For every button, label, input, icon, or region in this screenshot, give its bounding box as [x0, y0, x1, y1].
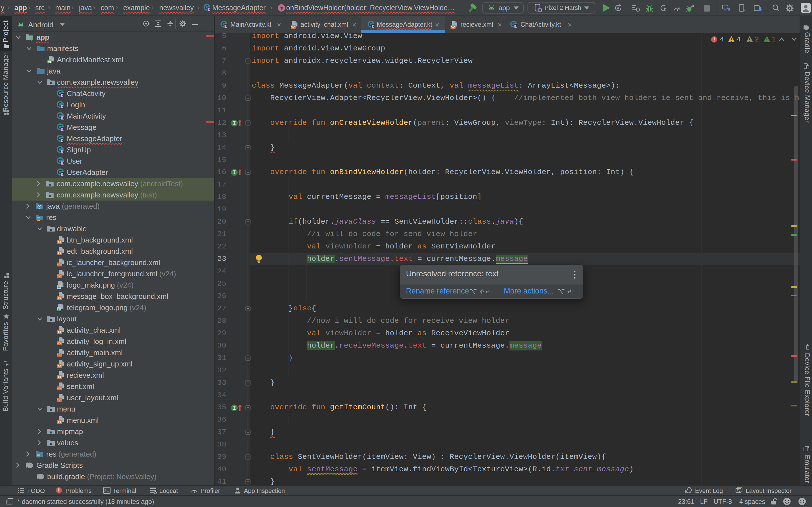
svg-text:<>: <> — [451, 25, 455, 29]
svg-text:MF: MF — [48, 60, 52, 63]
svg-text:A: A — [617, 6, 619, 11]
svg-text:m: m — [280, 6, 283, 10]
svg-text:<>: <> — [57, 420, 61, 425]
svg-text:<>: <> — [57, 263, 61, 267]
svg-text:<>: <> — [57, 240, 61, 244]
svg-text:<>: <> — [57, 330, 61, 334]
svg-text:<>: <> — [57, 364, 61, 368]
svg-text:<>: <> — [57, 342, 61, 346]
svg-text:<>: <> — [57, 376, 61, 379]
svg-text:<>: <> — [57, 251, 61, 256]
svg-text:<>: <> — [57, 398, 61, 402]
svg-text:<>: <> — [57, 353, 61, 357]
svg-text:<>: <> — [291, 25, 295, 29]
svg-text:<>: <> — [57, 274, 61, 278]
svg-text:<>: <> — [57, 387, 61, 391]
svg-text:<>: <> — [57, 297, 61, 300]
